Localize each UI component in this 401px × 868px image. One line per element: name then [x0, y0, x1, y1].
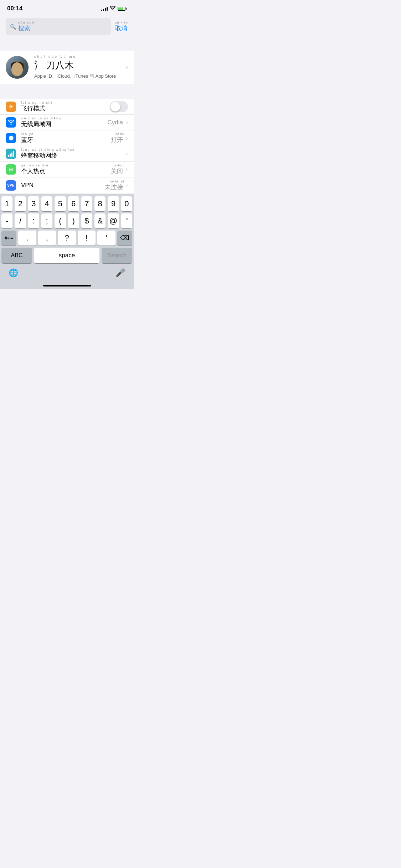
key-dollar[interactable]: $ — [81, 213, 92, 228]
key-colon[interactable]: : — [28, 213, 39, 228]
key-hashtag[interactable]: #+= — [1, 231, 16, 246]
home-indicator — [43, 285, 91, 286]
cellular-label: 蜂窝移动网络 — [21, 151, 121, 160]
settings-row-vpn[interactable]: VPN VPN wèi lián jiē 未连接 › — [0, 177, 134, 193]
airplane-label-wrapper: fēi xíng mó shì 飞行模式 — [21, 101, 105, 113]
vpn-label: VPN — [21, 182, 100, 189]
key-apostrophe[interactable]: ' — [97, 231, 115, 246]
wifi-value: Cydia — [108, 119, 123, 126]
key-5[interactable]: 5 — [55, 196, 66, 211]
profile-name-text: 刀八木 — [46, 60, 74, 71]
cancel-button[interactable]: 取消 — [115, 24, 127, 32]
hotspot-value: 关闭 — [111, 167, 123, 175]
key-slash[interactable]: / — [15, 213, 26, 228]
settings-row-hotspot[interactable]: ⊕ gè rén rè diǎn 个人热点 guān bì 关闭 › — [0, 162, 134, 177]
keyboard: 1 2 3 4 5 6 7 8 9 0 - / : ; ( ) $ & @ " … — [0, 194, 134, 289]
globe-icon[interactable]: 🌐 — [9, 268, 18, 278]
key-6[interactable]: 6 — [68, 196, 79, 211]
airplane-toggle[interactable] — [110, 101, 128, 112]
key-1[interactable]: 1 — [1, 196, 12, 211]
hotspot-right: guān bì 关闭 › — [111, 164, 128, 175]
microphone-icon[interactable]: 🎤 — [115, 268, 125, 278]
bluetooth-value: 打开 — [111, 136, 123, 144]
keyboard-row-special: #+= . , ? ! ' ⌫ — [0, 228, 134, 246]
status-bar: 00:14 ⚡ — [0, 0, 134, 15]
wifi-chevron: › — [126, 119, 128, 126]
svg-rect-0 — [8, 155, 9, 157]
profile-name-pinyin: shuǐ dāo bā mù — [34, 55, 120, 58]
bluetooth-label: 蓝牙 — [21, 136, 106, 144]
key-comma[interactable]: , — [38, 231, 56, 246]
vpn-label-wrapper: VPN — [21, 182, 100, 189]
battery-icon: ⚡ — [118, 7, 127, 11]
key-quote[interactable]: " — [121, 213, 132, 228]
bluetooth-right: dǎ kāi 打开 › — [111, 132, 128, 144]
settings-row-cellular[interactable]: fēng wō yí dòng wǎng luò 蜂窝移动网络 › — [0, 146, 134, 162]
key-search[interactable]: Search — [102, 248, 132, 263]
bluetooth-chevron: › — [126, 134, 128, 142]
key-question[interactable]: ? — [58, 231, 76, 246]
profile-row[interactable]: shuǐ dāo bā mù 氵 刀八木 Apple ID、iCloud、iTu… — [0, 51, 134, 84]
hotspot-label-wrapper: gè rén rè diǎn 个人热点 — [21, 164, 106, 175]
bluetooth-icon: ⬢ — [6, 133, 16, 143]
wifi-icon — [6, 117, 16, 128]
key-abc[interactable]: ABC — [1, 248, 32, 263]
status-time: 00:14 — [7, 5, 22, 12]
svg-rect-1 — [10, 154, 11, 157]
keyboard-icons-row: 🌐 🎤 — [0, 265, 134, 285]
key-exclaim[interactable]: ! — [78, 231, 96, 246]
cellular-label-wrapper: fēng wō yí dòng wǎng luò 蜂窝移动网络 — [21, 148, 121, 160]
bluetooth-pinyin: lán yá — [21, 132, 106, 136]
vpn-value: 未连接 — [105, 183, 123, 191]
wifi-right: Cydia › — [108, 119, 128, 126]
search-icon: 🔍 — [10, 24, 16, 30]
settings-row-airplane[interactable]: ✈ fēi xíng mó shì 飞行模式 — [0, 99, 134, 115]
airplane-mode-icon: ✈ — [6, 102, 16, 112]
search-bar[interactable]: 🔍 sōu suǒ 搜索 — [6, 18, 111, 35]
wifi-label-wrapper: wú xiàn jú yù wǎng 无线局域网 — [21, 117, 103, 128]
svg-rect-3 — [13, 151, 14, 157]
cancel-pinyin: qǔ xiāo — [115, 21, 128, 24]
key-7[interactable]: 7 — [81, 196, 92, 211]
cellular-right: › — [126, 150, 128, 157]
abc-label: ABC — [11, 252, 23, 259]
settings-row-wifi[interactable]: wú xiàn jú yù wǎng 无线局域网 Cydia › — [0, 115, 134, 130]
key-period[interactable]: . — [18, 231, 36, 246]
key-4[interactable]: 4 — [41, 196, 52, 211]
key-9[interactable]: 9 — [108, 196, 119, 211]
key-lparen[interactable]: ( — [55, 213, 66, 228]
airplane-pinyin: fēi xíng mó shì — [21, 101, 105, 104]
settings-group: ✈ fēi xíng mó shì 飞行模式 wú xiàn jú yù wǎn… — [0, 99, 134, 193]
airplane-toggle-container[interactable] — [110, 101, 128, 112]
key-8[interactable]: 8 — [94, 196, 106, 211]
key-0[interactable]: 0 — [121, 196, 132, 211]
wifi-pinyin: wú xiàn jú yù wǎng — [21, 117, 103, 120]
vpn-chevron: › — [126, 182, 128, 189]
key-ampersand[interactable]: & — [94, 213, 106, 228]
keyboard-row-symbols: - / : ; ( ) $ & @ " — [0, 211, 134, 228]
key-semicolon[interactable]: ; — [41, 213, 52, 228]
vpn-icon: VPN — [6, 180, 16, 191]
svg-rect-2 — [11, 153, 12, 157]
key-3[interactable]: 3 — [28, 196, 39, 211]
space-label: space — [59, 252, 75, 259]
settings-row-bluetooth[interactable]: ⬢ lán yá 蓝牙 dǎ kāi 打开 › — [0, 130, 134, 146]
toggle-knob — [110, 102, 120, 112]
hotspot-label: 个人热点 — [21, 167, 106, 175]
wifi-label: 无线局域网 — [21, 120, 103, 128]
wifi-status-icon — [110, 6, 115, 11]
cancel-wrapper[interactable]: qǔ xiāo 取消 — [115, 21, 128, 32]
vpn-right: wèi lián jiē 未连接 › — [105, 180, 128, 191]
profile-info: shuǐ dāo bā mù 氵 刀八木 Apple ID、iCloud、iTu… — [34, 55, 120, 79]
key-delete[interactable]: ⌫ — [117, 231, 132, 246]
keyboard-bottom-row: ABC space Search — [0, 246, 134, 265]
hotspot-chevron: › — [126, 166, 128, 173]
key-at[interactable]: @ — [108, 213, 119, 228]
key-dash[interactable]: - — [1, 213, 12, 228]
key-rparen[interactable]: ) — [68, 213, 79, 228]
keyboard-row-numbers: 1 2 3 4 5 6 7 8 9 0 — [0, 194, 134, 211]
key-space[interactable]: space — [34, 248, 99, 263]
profile-name: 氵 刀八木 — [34, 59, 120, 72]
key-2[interactable]: 2 — [15, 196, 26, 211]
airplane-label: 飞行模式 — [21, 104, 105, 113]
